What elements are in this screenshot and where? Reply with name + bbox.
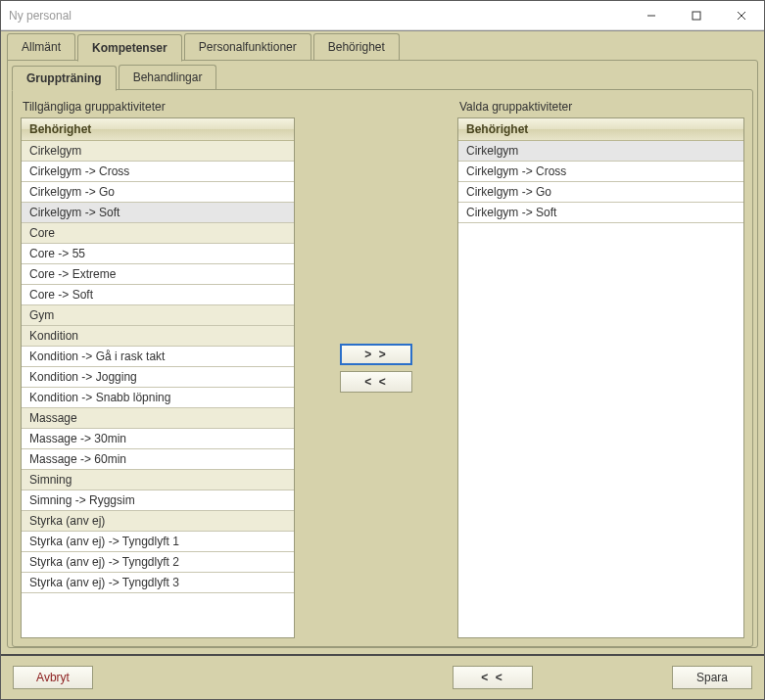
list-item[interactable]: Cirkelgym	[458, 141, 743, 162]
titlebar: Ny personal	[1, 1, 764, 30]
list-item[interactable]: Core	[22, 223, 294, 244]
tab-allmänt[interactable]: Allmänt	[7, 33, 75, 61]
list-item[interactable]: Cirkelgym -> Soft	[22, 203, 294, 223]
list-item[interactable]: Core -> Soft	[22, 285, 294, 305]
list-item[interactable]: Massage -> 30min	[22, 429, 294, 449]
bottom-bar: Avbryt < < Spara	[1, 654, 764, 699]
move-buttons-column: > > < <	[303, 98, 450, 638]
subtab-behandlingar[interactable]: Behandlingar	[119, 65, 217, 90]
window-title: Ny personal	[9, 9, 629, 23]
selected-column: Valda gruppaktiviteter Behörighet Cirkel…	[457, 98, 744, 638]
list-item[interactable]: Simning	[22, 470, 294, 490]
sub-tab-panel: Tillgängliga gruppaktiviteter Behörighet…	[12, 89, 753, 647]
tab-kompetenser[interactable]: Kompetenser	[77, 34, 182, 62]
selected-list-header[interactable]: Behörighet	[458, 118, 743, 141]
svg-rect-1	[693, 12, 700, 20]
subtab-gruppträning[interactable]: Gruppträning	[12, 66, 117, 91]
minimize-button[interactable]	[629, 1, 674, 30]
list-item[interactable]: Cirkelgym -> Go	[458, 182, 743, 203]
selected-title: Valda gruppaktiviteter	[457, 98, 744, 117]
list-item[interactable]: Massage	[22, 408, 294, 429]
available-listbox[interactable]: Behörighet CirkelgymCirkelgym -> CrossCi…	[21, 117, 295, 638]
available-list-header[interactable]: Behörighet	[22, 118, 294, 141]
tab-personalfunktioner[interactable]: Personalfunktioner	[184, 33, 311, 61]
list-item[interactable]: Cirkelgym -> Soft	[458, 203, 743, 223]
list-item[interactable]: Kondition	[22, 326, 294, 347]
main-tabstrip: AllmäntKompetenserPersonalfunktionerBehö…	[7, 33, 758, 61]
add-button[interactable]: > >	[340, 344, 412, 365]
list-item[interactable]: Cirkelgym -> Cross	[458, 162, 743, 182]
main-tab-panel: GruppträningBehandlingar Tillgängliga gr…	[7, 60, 758, 648]
window: Ny personal AllmäntKompetenserPersonalfu…	[0, 0, 765, 700]
list-item[interactable]: Core -> Extreme	[22, 264, 294, 285]
list-item[interactable]: Styrka (anv ej) -> Tyngdlyft 1	[22, 532, 294, 552]
content-area: AllmäntKompetenserPersonalfunktionerBehö…	[1, 30, 764, 654]
tab-behörighet[interactable]: Behörighet	[313, 33, 400, 61]
list-item[interactable]: Cirkelgym	[22, 141, 294, 162]
list-item[interactable]: Cirkelgym -> Cross	[22, 162, 294, 182]
close-button[interactable]	[719, 1, 764, 30]
cancel-button[interactable]: Avbryt	[13, 666, 93, 689]
list-item[interactable]: Kondition -> Snabb löpning	[22, 388, 294, 408]
available-column: Tillgängliga gruppaktiviteter Behörighet…	[21, 98, 295, 638]
list-item[interactable]: Styrka (anv ej) -> Tyngdlyft 2	[22, 552, 294, 573]
list-item[interactable]: Styrka (anv ej)	[22, 511, 294, 532]
list-item[interactable]: Simning -> Ryggsim	[22, 490, 294, 511]
nav-prev-button[interactable]: < <	[453, 666, 533, 689]
available-title: Tillgängliga gruppaktiviteter	[21, 98, 295, 117]
list-item[interactable]: Kondition -> Jogging	[22, 367, 294, 388]
selected-listbox[interactable]: Behörighet CirkelgymCirkelgym -> CrossCi…	[457, 117, 744, 638]
list-item[interactable]: Cirkelgym -> Go	[22, 182, 294, 203]
window-controls	[629, 1, 764, 30]
maximize-button[interactable]	[674, 1, 719, 30]
save-button[interactable]: Spara	[672, 666, 752, 689]
list-item[interactable]: Core -> 55	[22, 244, 294, 264]
list-item[interactable]: Kondition -> Gå i rask takt	[22, 347, 294, 367]
list-item[interactable]: Massage -> 60min	[22, 449, 294, 470]
list-item[interactable]: Styrka (anv ej) -> Tyngdlyft 3	[22, 573, 294, 593]
sub-tabstrip: GruppträningBehandlingar	[12, 65, 753, 90]
list-item[interactable]: Gym	[22, 305, 294, 326]
remove-button[interactable]: < <	[340, 371, 412, 393]
